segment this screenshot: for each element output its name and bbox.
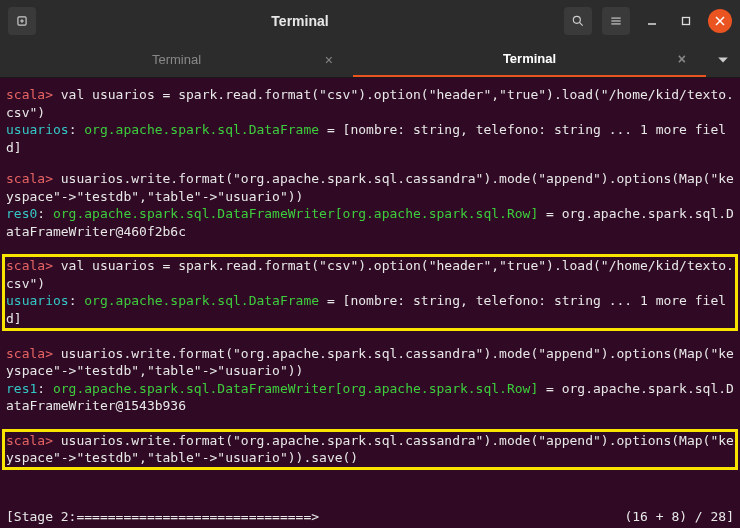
repl-command: val usuarios = spark.read.format("csv").…: [6, 258, 734, 291]
repl-prompt: scala>: [6, 346, 53, 361]
repl-prompt: scala>: [6, 87, 53, 102]
maximize-button[interactable]: [674, 9, 698, 33]
terminal-block: scala> usuarios.write.format("org.apache…: [6, 345, 734, 415]
close-icon[interactable]: ×: [678, 51, 686, 67]
progress-status: [Stage 2:==============================>…: [6, 508, 734, 526]
close-icon[interactable]: ×: [325, 52, 333, 68]
repl-command: val usuarios = spark.read.format("csv").…: [6, 87, 734, 120]
tab-terminal-1[interactable]: Terminal ×: [0, 42, 353, 77]
terminal-block: scala> usuarios.write.format("org.apache…: [6, 170, 734, 240]
search-button[interactable]: [564, 7, 592, 35]
stage-label: [Stage 2:==============================>: [6, 508, 319, 526]
result-type: org.apache.spark.sql.DataFrameWriter[org…: [53, 381, 538, 396]
titlebar: Terminal: [0, 0, 740, 42]
stage-progress: (16 + 8) / 28]: [624, 508, 734, 526]
repl-command: usuarios.write.format("org.apache.spark.…: [6, 171, 734, 204]
tab-label: Terminal: [503, 51, 556, 66]
result-variable: res1: [6, 381, 37, 396]
result-variable: res0: [6, 206, 37, 221]
tab-terminal-2[interactable]: Terminal ×: [353, 42, 706, 77]
terminal-block: scala> val usuarios = spark.read.format(…: [6, 86, 734, 156]
highlighted-region: scala> usuarios.write.format("org.apache…: [2, 429, 738, 470]
result-type: org.apache.spark.sql.DataFrame: [84, 122, 319, 137]
tabs-dropdown-button[interactable]: [706, 42, 740, 77]
repl-prompt: scala>: [6, 433, 53, 448]
tab-label: Terminal: [152, 52, 201, 67]
repl-prompt: scala>: [6, 258, 53, 273]
new-tab-button[interactable]: [8, 7, 36, 35]
repl-command: usuarios.write.format("org.apache.spark.…: [6, 346, 734, 379]
highlighted-region: scala> val usuarios = spark.read.format(…: [2, 254, 738, 330]
result-variable: usuarios: [6, 293, 69, 308]
window-title: Terminal: [44, 13, 556, 29]
svg-rect-9: [683, 18, 690, 25]
repl-prompt: scala>: [6, 171, 53, 186]
result-type: org.apache.spark.sql.DataFrameWriter[org…: [53, 206, 538, 221]
close-button[interactable]: [708, 9, 732, 33]
tab-bar: Terminal × Terminal ×: [0, 42, 740, 78]
menu-button[interactable]: [602, 7, 630, 35]
svg-line-4: [579, 22, 582, 25]
repl-command: usuarios.write.format("org.apache.spark.…: [6, 433, 734, 466]
result-variable: usuarios: [6, 122, 69, 137]
minimize-button[interactable]: [640, 9, 664, 33]
terminal-body[interactable]: scala> val usuarios = spark.read.format(…: [0, 78, 740, 528]
svg-point-3: [573, 16, 580, 23]
result-type: org.apache.spark.sql.DataFrame: [84, 293, 319, 308]
